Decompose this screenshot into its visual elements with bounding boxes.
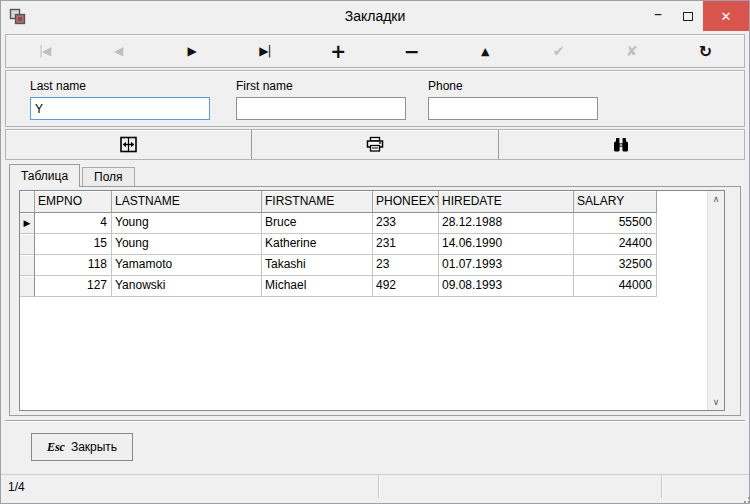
cell-hiredate[interactable]: 09.08.1993 xyxy=(439,276,574,297)
prior-record-button[interactable]: ◀ xyxy=(81,37,154,65)
column-header-hiredate[interactable]: HIREDATE xyxy=(439,191,574,213)
insert-record-button[interactable]: + xyxy=(302,37,375,65)
edit-record-button[interactable]: ▲ xyxy=(448,37,521,65)
grid-header-filler xyxy=(657,191,707,213)
row-indicator xyxy=(20,276,35,297)
grid-vertical-scrollbar[interactable]: ∧ ∨ xyxy=(707,191,724,410)
column-header-empno[interactable]: EMPNO xyxy=(35,191,112,213)
cell-phoneext[interactable]: 231 xyxy=(373,234,439,255)
column-header-phoneext[interactable]: PHONEEXT xyxy=(373,191,439,213)
last-name-label: Last name xyxy=(30,79,210,93)
row-filler xyxy=(657,276,707,297)
tab-fields[interactable]: Поля xyxy=(82,167,135,186)
status-bar: 1/4 xyxy=(1,474,749,498)
maximize-button[interactable] xyxy=(673,1,703,31)
last-name-group: Last name xyxy=(30,79,210,126)
table-row[interactable]: ▶4YoungBruce23328.12.198855500 xyxy=(20,213,707,234)
cell-salary[interactable]: 24400 xyxy=(574,234,657,255)
cell-hiredate[interactable]: 28.12.1988 xyxy=(439,213,574,234)
tab-page-table: EMPNOLASTNAMEFIRSTNAMEPHONEEXTHIREDATESA… xyxy=(9,186,741,416)
row-filler xyxy=(657,255,707,276)
app-window: Закладки – ✕ |◀◀▶▶|+−▲✔✘↻ Last name Firs… xyxy=(0,0,750,504)
tab-table[interactable]: Таблица xyxy=(9,164,80,187)
status-panel-3 xyxy=(662,475,749,498)
post-edit-button[interactable]: ✔ xyxy=(522,37,595,65)
column-header-salary[interactable]: SALARY xyxy=(574,191,657,213)
cell-firstname[interactable]: Takashi xyxy=(262,255,373,276)
app-icon xyxy=(9,8,26,25)
last-record-button[interactable]: ▶| xyxy=(228,37,301,65)
cell-firstname[interactable]: Katherine xyxy=(262,234,373,255)
scroll-down-icon[interactable]: ∨ xyxy=(708,394,724,410)
first-name-group: First name xyxy=(236,79,406,126)
cell-phoneext[interactable]: 233 xyxy=(373,213,439,234)
scroll-up-icon[interactable]: ∧ xyxy=(708,191,724,207)
cell-lastname[interactable]: Yamamoto xyxy=(112,255,262,276)
search-form: Last name First name Phone xyxy=(5,70,745,127)
data-grid: EMPNOLASTNAMEFIRSTNAMEPHONEEXTHIREDATESA… xyxy=(19,190,725,411)
cell-hiredate[interactable]: 01.07.1993 xyxy=(439,255,574,276)
current-row-indicator: ▶ xyxy=(20,213,35,234)
cell-empno[interactable]: 15 xyxy=(35,234,112,255)
title-bar: Закладки – ✕ xyxy=(1,1,749,31)
action-toolbar xyxy=(5,129,745,160)
phone-input[interactable] xyxy=(428,97,598,120)
cell-firstname[interactable]: Michael xyxy=(262,276,373,297)
close-form-label: Закрыть xyxy=(71,440,117,454)
cancel-edit-button[interactable]: ✘ xyxy=(595,37,668,65)
close-button[interactable]: ✕ xyxy=(703,1,749,31)
cell-lastname[interactable]: Yanowski xyxy=(112,276,262,297)
cell-salary[interactable]: 44000 xyxy=(574,276,657,297)
resize-grip-icon[interactable] xyxy=(744,493,746,495)
minimize-icon: – xyxy=(654,6,661,21)
grid-resize-icon xyxy=(119,136,138,153)
table-row[interactable]: 127YanowskiMichael49209.08.199344000 xyxy=(20,276,707,297)
table-row[interactable]: 118YamamotoTakashi2301.07.199332500 xyxy=(20,255,707,276)
table-row[interactable]: 15YoungKatherine23114.06.199024400 xyxy=(20,234,707,255)
tab-strip: Таблица Поля xyxy=(9,163,741,186)
cell-empno[interactable]: 4 xyxy=(35,213,112,234)
cell-empno[interactable]: 127 xyxy=(35,276,112,297)
column-header-firstname[interactable]: FIRSTNAME xyxy=(262,191,373,213)
grid-indicator-header xyxy=(20,191,35,213)
cell-salary[interactable]: 32500 xyxy=(574,255,657,276)
next-record-button[interactable]: ▶ xyxy=(155,37,228,65)
window-title: Закладки xyxy=(1,8,749,24)
last-name-input[interactable] xyxy=(30,97,210,120)
cell-phoneext[interactable]: 492 xyxy=(373,276,439,297)
cell-hiredate[interactable]: 14.06.1990 xyxy=(439,234,574,255)
delete-record-button[interactable]: − xyxy=(375,37,448,65)
cell-salary[interactable]: 55500 xyxy=(574,213,657,234)
adjust-columns-button[interactable] xyxy=(6,130,251,159)
grid-header-row: EMPNOLASTNAMEFIRSTNAMEPHONEEXTHIREDATESA… xyxy=(20,191,707,213)
bottom-panel: Esc Закрыть xyxy=(5,422,745,474)
row-filler xyxy=(657,234,707,255)
grid-body: ▶4YoungBruce23328.12.19885550015YoungKat… xyxy=(20,213,707,297)
window-bottom-edge xyxy=(1,498,749,503)
cell-lastname[interactable]: Young xyxy=(112,234,262,255)
client-area: |◀◀▶▶|+−▲✔✘↻ Last name First name Phone xyxy=(1,31,749,474)
phone-group: Phone xyxy=(428,79,598,126)
row-filler xyxy=(657,213,707,234)
cell-lastname[interactable]: Young xyxy=(112,213,262,234)
printer-icon xyxy=(366,136,384,153)
refresh-button[interactable]: ↻ xyxy=(669,37,742,65)
record-position-panel: 1/4 xyxy=(1,475,379,498)
row-indicator xyxy=(20,234,35,255)
cell-firstname[interactable]: Bruce xyxy=(262,213,373,234)
record-position: 1/4 xyxy=(8,480,25,494)
column-header-lastname[interactable]: LASTNAME xyxy=(112,191,262,213)
first-name-label: First name xyxy=(236,79,406,93)
print-button[interactable] xyxy=(251,130,497,159)
page-control: Таблица Поля EMPNOLASTNAMEFIRSTNAMEPHONE… xyxy=(9,163,741,416)
status-panel-2 xyxy=(379,475,662,498)
find-button[interactable] xyxy=(498,130,744,159)
minimize-button[interactable]: – xyxy=(643,1,673,31)
cell-phoneext[interactable]: 23 xyxy=(373,255,439,276)
close-form-button[interactable]: Esc Закрыть xyxy=(31,433,133,461)
cell-empno[interactable]: 118 xyxy=(35,255,112,276)
db-navigator: |◀◀▶▶|+−▲✔✘↻ xyxy=(5,34,745,68)
first-record-button[interactable]: |◀ xyxy=(8,37,81,65)
first-name-input[interactable] xyxy=(236,97,406,120)
maximize-icon xyxy=(683,12,693,21)
